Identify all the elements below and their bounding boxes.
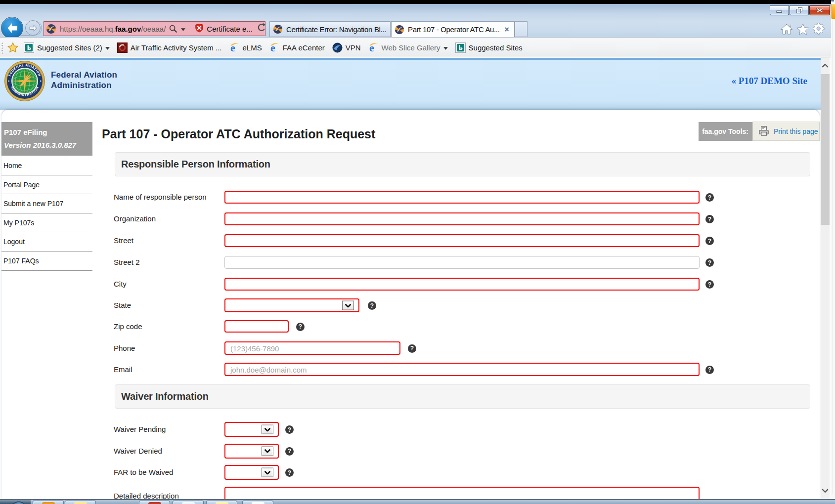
field-label-far-to-be-waived: FAR to be Waived: [114, 468, 173, 476]
favorites-star-icon[interactable]: [796, 23, 809, 36]
dropdown-button[interactable]: [262, 468, 273, 477]
scroll-down-button[interactable]: [821, 482, 830, 499]
print-page-button[interactable]: Print this page: [752, 122, 820, 141]
sidebar-separator: [1, 175, 92, 175]
favorites-item-vpn[interactable]: VPN: [331, 42, 362, 54]
help-icon[interactable]: ?: [408, 344, 416, 353]
sidebar-item-my-p107s[interactable]: My P107s: [3, 219, 34, 227]
dropdown-caret-icon[interactable]: [443, 43, 448, 52]
sidebar-item-home[interactable]: Home: [3, 162, 22, 169]
taskbar-button-red-app[interactable]: [139, 501, 170, 504]
back-button[interactable]: [1, 17, 23, 39]
dropdown-button[interactable]: [262, 425, 273, 434]
section-title: Waiver Information: [121, 391, 209, 402]
input-zip-code[interactable]: [224, 320, 289, 333]
favorites-item-suggested-sites[interactable]: Suggested Sites: [454, 42, 524, 54]
minimize-button[interactable]: [770, 5, 789, 15]
background-orange-window[interactable]: [831, 4, 835, 19]
input-street-2[interactable]: [224, 256, 700, 269]
input-phone[interactable]: (123)456-7890: [224, 341, 400, 355]
help-icon[interactable]: ?: [296, 323, 305, 331]
address-bar[interactable]: https://oeaaa.hq.faa.gov/oeaaa/ Certific…: [44, 21, 265, 36]
dropdown-button[interactable]: [262, 446, 273, 456]
close-button[interactable]: [809, 5, 830, 15]
favorites-item-label: VPN: [346, 43, 361, 52]
dropdown-caret-icon[interactable]: [105, 43, 110, 52]
sidebar-item-logout[interactable]: Logout: [3, 238, 25, 246]
tab-close-icon[interactable]: ×: [505, 26, 509, 34]
sidebar-item-submit-a-new-p107[interactable]: Submit a new P107: [3, 200, 63, 208]
window-controls: [770, 5, 831, 15]
certificate-error-icon[interactable]: [195, 23, 204, 35]
select-waiver-denied[interactable]: [224, 444, 279, 459]
add-favorite-star-icon[interactable]: [7, 42, 19, 53]
faa-tools-label: faa.gov Tools:: [699, 122, 752, 141]
forward-button[interactable]: [25, 20, 41, 36]
dropdown-button[interactable]: [342, 301, 354, 310]
page-scrollbar[interactable]: [821, 57, 830, 499]
input-city[interactable]: [224, 278, 700, 291]
demo-site-link[interactable]: « P107 DEMO Site: [731, 76, 807, 86]
refresh-icon[interactable]: [257, 23, 266, 35]
field-label-name-of-responsible-person: Name of responsible person: [114, 193, 207, 201]
input-organization[interactable]: [224, 212, 700, 225]
taskbar-button-white-app[interactable]: [242, 501, 273, 504]
select-state[interactable]: [224, 298, 359, 312]
textarea-detailed-description[interactable]: [224, 487, 700, 499]
scrollbar-thumb[interactable]: [821, 74, 830, 225]
help-icon[interactable]: ?: [705, 366, 714, 374]
printer-icon: [758, 126, 770, 136]
help-icon[interactable]: ?: [285, 447, 294, 456]
favorites-item-air-traffic-activity-system[interactable]: Air Traffic Activity System ...: [116, 42, 223, 54]
help-icon[interactable]: ?: [705, 215, 714, 223]
select-far-to-be-waived[interactable]: [224, 465, 279, 480]
scroll-up-button[interactable]: [821, 57, 830, 74]
forward-arrow-icon: [28, 23, 39, 34]
browser-tab-2[interactable]: Part 107 - Operator ATC Au...×: [391, 21, 515, 38]
help-icon[interactable]: ?: [285, 425, 294, 434]
taskbar-button-yellow-notes[interactable]: [206, 501, 237, 504]
help-icon[interactable]: ?: [285, 468, 294, 477]
certificate-error-button[interactable]: Certificate e...: [207, 25, 253, 33]
taskbar-button-blue-app[interactable]: [173, 501, 204, 504]
sidebar-separator: [1, 251, 92, 252]
url-prefix: https://oeaaa.hq.: [60, 25, 115, 33]
help-icon[interactable]: ?: [705, 280, 714, 289]
input-street[interactable]: [224, 234, 700, 247]
taskbar-button-folder[interactable]: [65, 501, 96, 504]
home-icon[interactable]: [780, 23, 793, 36]
input-email[interactable]: john.doe@domain.com: [224, 363, 700, 376]
url-text[interactable]: https://oeaaa.hq.faa.gov/oeaaa/: [60, 25, 166, 33]
browser-tab-1[interactable]: Certificate Error: Navigation Bl...: [269, 21, 391, 37]
windows-start-orb[interactable]: [10, 502, 27, 504]
favorites-grip[interactable]: [1, 42, 3, 54]
help-icon[interactable]: ?: [705, 258, 714, 267]
help-icon[interactable]: ?: [705, 237, 714, 245]
new-tab-stub[interactable]: [515, 21, 527, 37]
section-title: Responsible Person Information: [121, 159, 270, 170]
vpn-icon: [332, 42, 343, 53]
favorites-item-suggested-sites-2[interactable]: Suggested Sites (2): [22, 42, 111, 54]
settings-gear-icon[interactable]: [813, 23, 826, 36]
taskbar-start-area[interactable]: [0, 500, 31, 504]
select-waiver-pending[interactable]: [224, 422, 279, 437]
input-name-of-responsible-person[interactable]: [224, 191, 700, 204]
sidebar-item-p107-faqs[interactable]: P107 FAQs: [3, 257, 39, 265]
help-icon[interactable]: ?: [368, 301, 376, 310]
search-icon[interactable]: [169, 24, 177, 33]
favorites-item-label: Air Traffic Activity System ...: [131, 43, 222, 52]
favorites-item-label: Suggested Sites (2): [37, 43, 102, 52]
sidebar-item-portal-page[interactable]: Portal Page: [3, 181, 40, 189]
browser-toolbar-icons: [780, 23, 826, 36]
white-app-icon: [252, 502, 264, 504]
help-icon[interactable]: ?: [705, 193, 714, 202]
favorites-item-web-slice-gallery[interactable]: Web Slice Gallery: [367, 42, 449, 54]
blue-app-icon: [182, 502, 195, 504]
taskbar-button-ie-gold[interactable]: [33, 501, 64, 504]
favorites-item-faa-ecenter[interactable]: FAA eCenter: [268, 42, 326, 54]
field-label-city: City: [114, 280, 127, 288]
favorites-item-elms[interactable]: eLMS: [228, 42, 264, 54]
address-dropdown-icon[interactable]: [181, 24, 185, 33]
dropdown-chevron-icon: [264, 427, 271, 431]
restore-button[interactable]: [790, 5, 809, 15]
